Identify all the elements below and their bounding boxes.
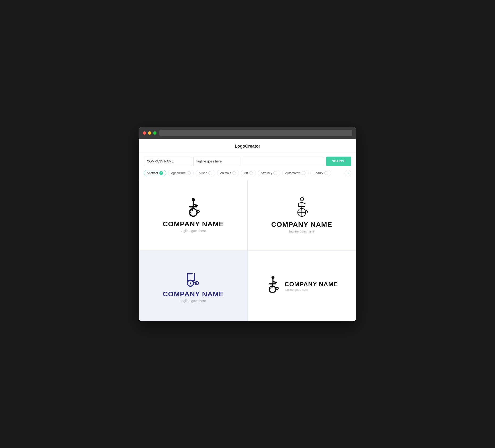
svg-point-15: [272, 276, 275, 279]
filter-next-button[interactable]: →: [345, 170, 351, 176]
logo-2-company: COMPANY NAME: [271, 221, 332, 228]
filter-agriculture[interactable]: Agriculture ✓: [168, 170, 194, 176]
minimize-button[interactable]: [148, 131, 151, 135]
app-title: LogoCreator: [235, 144, 260, 149]
filter-airline-label: Airline: [199, 171, 207, 175]
tagline-input[interactable]: [193, 156, 240, 166]
browser-titlebar: [139, 127, 356, 139]
search-button[interactable]: SEARCH: [326, 156, 351, 166]
logo-3-company: COMPANY NAME: [163, 290, 224, 298]
logo-4-tagline: tagline goes here: [285, 288, 338, 292]
logo-card-1[interactable]: COMPANY NAME tagline goes here: [139, 180, 248, 251]
filter-airline[interactable]: Airline ✓: [196, 170, 215, 176]
filter-agriculture-label: Agriculture: [171, 171, 186, 175]
filter-automotive-check: ✓: [302, 171, 305, 175]
filter-art-check: ✓: [249, 171, 253, 175]
company-name-input[interactable]: [144, 156, 191, 166]
filter-abstract[interactable]: Abstract ✓: [144, 170, 166, 176]
logo-grid: COMPANY NAME tagline goes here: [139, 180, 356, 321]
browser-window: LogoCreator SEARCH Abstract ✓ Agricultur…: [139, 127, 356, 321]
wheelchair-icon-1: [185, 198, 202, 218]
logo-card-2[interactable]: COMPANY NAME tagline goes here: [248, 180, 356, 251]
traffic-lights: [143, 131, 156, 135]
close-button[interactable]: [143, 131, 146, 135]
keyword-input[interactable]: [243, 156, 324, 166]
filter-abstract-check: ✓: [159, 171, 163, 175]
app-header: LogoCreator: [139, 139, 356, 153]
svg-point-5: [301, 212, 302, 213]
filter-beauty-label: Beauty: [314, 171, 323, 175]
filter-animals[interactable]: Animals ✓: [217, 170, 239, 176]
filter-automotive[interactable]: Automotive ✓: [282, 170, 309, 176]
svg-point-0: [192, 198, 195, 201]
filter-art[interactable]: Art ✓: [241, 170, 256, 176]
browser-content: LogoCreator SEARCH Abstract ✓ Agricultur…: [139, 139, 356, 321]
address-bar[interactable]: [159, 130, 352, 136]
filter-automotive-label: Automotive: [285, 171, 301, 175]
svg-point-17: [276, 287, 278, 290]
wheelchair-icon-3: [184, 269, 203, 288]
filter-bar: Abstract ✓ Agriculture ✓ Airline ✓ Anima…: [139, 170, 356, 180]
logo-2-tagline: tagline goes here: [289, 229, 314, 233]
maximize-button[interactable]: [153, 131, 156, 135]
svg-point-14: [196, 283, 197, 284]
svg-point-2: [197, 210, 199, 213]
svg-point-3: [300, 197, 303, 201]
filter-agriculture-check: ✓: [187, 171, 191, 175]
filter-attorney-check: ✓: [274, 171, 277, 175]
filter-airline-check: ✓: [208, 171, 212, 175]
search-bar: SEARCH: [139, 153, 356, 170]
logo-card-3[interactable]: COMPANY NAME tagline goes here: [139, 251, 248, 321]
logo-4-text-block: COMPANY NAME tagline goes here: [285, 280, 338, 292]
filter-art-label: Art: [244, 171, 248, 175]
logo-1-company: COMPANY NAME: [163, 220, 224, 228]
svg-point-12: [190, 282, 191, 284]
filter-attorney-label: Attorney: [261, 171, 272, 175]
logo-card-4[interactable]: COMPANY NAME tagline goes here: [248, 251, 356, 321]
wheelchair-icon-2: [293, 197, 311, 218]
wheelchair-icon-4: [265, 275, 281, 294]
filter-attorney[interactable]: Attorney ✓: [258, 170, 280, 176]
filter-abstract-label: Abstract: [147, 171, 158, 175]
filter-beauty[interactable]: Beauty ✓: [310, 170, 331, 176]
logo-3-tagline: tagline goes here: [180, 299, 206, 303]
logo-4-company: COMPANY NAME: [285, 280, 338, 288]
filter-beauty-check: ✓: [324, 171, 328, 175]
logo-1-tagline: tagline goes here: [180, 229, 206, 233]
filter-animals-label: Animals: [220, 171, 231, 175]
filter-animals-check: ✓: [232, 171, 236, 175]
